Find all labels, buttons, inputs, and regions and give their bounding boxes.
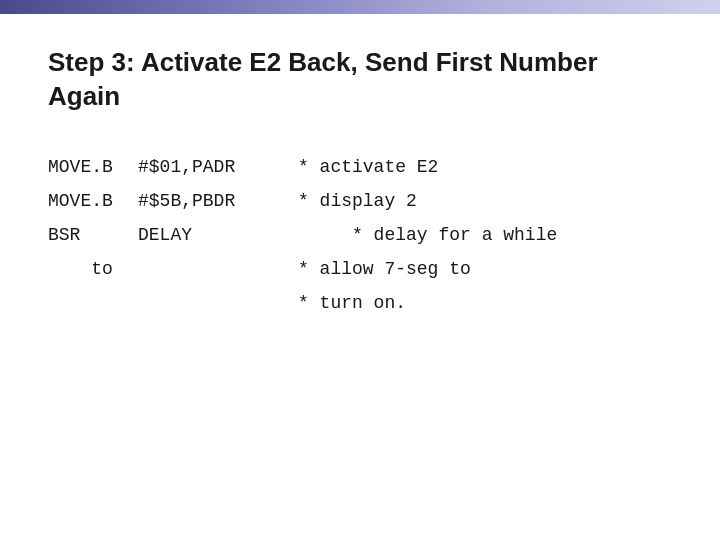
code-line-2: MOVE.B #$5B,PBDR * display 2: [48, 184, 672, 218]
comment-5: * turn on.: [298, 286, 672, 320]
content: Step 3: Activate E2 Back, Send First Num…: [0, 14, 720, 353]
comment-3: * delay for a while: [298, 218, 672, 252]
instruction-4: to: [48, 252, 138, 286]
slide-title: Step 3: Activate E2 Back, Send First Num…: [48, 46, 672, 114]
title-line1: Step 3: Activate E2 Back, Send First Num…: [48, 47, 598, 77]
instruction-2: MOVE.B: [48, 184, 138, 218]
comment-2: * display 2: [298, 184, 672, 218]
top-bar: [0, 0, 720, 14]
title-line2: Again: [48, 81, 120, 111]
operand-1: #$01,PADR: [138, 150, 298, 184]
code-line-5: * turn on.: [48, 286, 672, 320]
code-line-1: MOVE.B #$01,PADR * activate E2: [48, 150, 672, 184]
code-section: MOVE.B #$01,PADR * activate E2 MOVE.B #$…: [48, 150, 672, 321]
slide: Step 3: Activate E2 Back, Send First Num…: [0, 0, 720, 540]
comment-4: * allow 7-seg to: [298, 252, 672, 286]
code-line-4: to * allow 7-seg to: [48, 252, 672, 286]
instruction-3: BSR: [48, 218, 138, 252]
code-line-3: BSR DELAY * delay for a while: [48, 218, 672, 252]
operand-2: #$5B,PBDR: [138, 184, 298, 218]
comment-1: * activate E2: [298, 150, 672, 184]
instruction-1: MOVE.B: [48, 150, 138, 184]
operand-3: DELAY: [138, 218, 298, 252]
